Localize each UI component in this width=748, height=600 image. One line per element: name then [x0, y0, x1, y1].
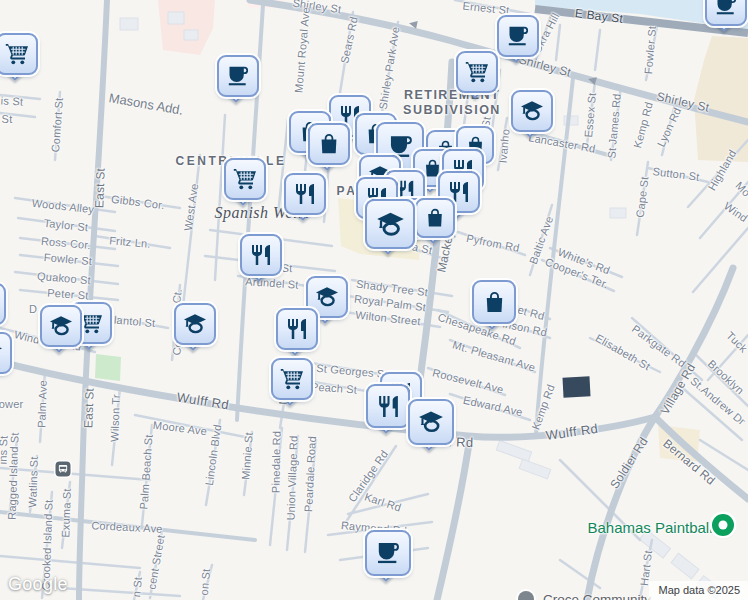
street-label-st: St [2, 113, 13, 125]
district-label-pa: PA [337, 184, 358, 198]
marker-square [415, 198, 455, 238]
cart-icon [5, 42, 29, 66]
poi-marker-restaurant[interactable] [240, 234, 278, 272]
cart-icon [280, 367, 304, 391]
poi-marker-restaurant[interactable] [284, 173, 322, 211]
poi-marker-school[interactable] [0, 332, 8, 370]
marker-square [276, 308, 318, 350]
poi-dot-croce-community[interactable] [518, 591, 534, 600]
poi-marker-cart[interactable] [0, 33, 34, 71]
cart-icon [79, 311, 103, 335]
poi-dot-bahamas-paintball[interactable] [712, 514, 734, 536]
poi-marker-cart[interactable] [456, 51, 494, 89]
school-icon [418, 409, 444, 435]
school-icon [315, 285, 339, 309]
pink-residential-area [158, 0, 215, 55]
transit-stop-bus-icon[interactable] [56, 462, 71, 477]
street-label-east-st: East St [81, 388, 96, 429]
poi-marker-cart[interactable] [271, 358, 309, 396]
poi-label-bahamas-paintball[interactable]: Bahamas Paintball [587, 519, 712, 536]
poi-marker-restaurant[interactable] [366, 384, 406, 424]
poi-label-croce-community[interactable]: Croce Community [543, 592, 651, 600]
marker-square [224, 158, 266, 200]
poi-marker-cafe[interactable] [705, 0, 743, 22]
cafe-icon [375, 540, 401, 566]
building-dark [562, 376, 590, 397]
restaurant-icon [285, 317, 309, 341]
street-label-d: D [29, 303, 37, 315]
cafe-icon [714, 0, 738, 17]
marker-square [0, 283, 6, 325]
marker-square [472, 280, 516, 324]
school-icon [0, 341, 3, 365]
poi-marker-school[interactable] [40, 305, 78, 343]
poi-marker-bag[interactable] [415, 198, 451, 234]
marker-square [271, 358, 313, 400]
map-canvas[interactable]: Shirley StErnest StE Bay StOkra HillFowl… [0, 0, 748, 600]
street-label-watlins-st: Watlins St [26, 456, 40, 507]
street-label-wilson-tr: Wilson Tr [108, 394, 122, 442]
poi-marker-cafe[interactable] [497, 15, 535, 53]
poi-marker-cart[interactable] [224, 158, 262, 196]
cafe-icon [506, 24, 530, 48]
poi-marker-bag[interactable] [472, 280, 512, 320]
poi-marker-school[interactable] [174, 303, 212, 341]
marker-square [365, 199, 415, 249]
district-label-subdivision: SUBDIVISION [403, 103, 501, 117]
poi-marker-school[interactable] [511, 90, 549, 128]
cart-icon [233, 167, 257, 191]
marker-square [0, 332, 12, 374]
restaurant-icon [249, 243, 273, 267]
marker-square [365, 530, 411, 576]
park-green-area [95, 354, 121, 381]
school-icon [183, 312, 207, 336]
marker-square [511, 90, 553, 132]
street-label-n-st: n St [130, 576, 144, 597]
school-icon [376, 210, 405, 239]
marker-square [240, 234, 282, 276]
poi-marker-restaurant[interactable] [276, 308, 314, 346]
street-label-ct: Ct. [170, 288, 184, 304]
poi-marker-cart[interactable] [0, 283, 2, 321]
restaurant-icon [376, 394, 401, 419]
street-label-exuma-st: Exuma St [59, 488, 73, 538]
school-icon [49, 314, 73, 338]
bus-icon [58, 464, 69, 475]
one-way-arrow-icon [408, 19, 417, 28]
street-label-on-st: on St [198, 568, 212, 596]
marker-square [174, 303, 216, 345]
poi-marker-cafe[interactable] [217, 55, 255, 93]
marker-square [40, 305, 82, 347]
bag-icon [482, 290, 507, 315]
street-label-palm-ave: Palm Ave [35, 380, 49, 428]
poi-marker-bag[interactable] [308, 123, 346, 161]
street-label-ower: ower [0, 398, 23, 410]
marker-square [0, 33, 38, 75]
poi-dot-center [719, 521, 728, 530]
marker-square [284, 173, 326, 215]
marker-square [217, 55, 259, 97]
marker-square [308, 123, 350, 165]
bag-icon [424, 207, 446, 229]
marker-square [408, 399, 454, 445]
street-label-is-st: is St [0, 94, 23, 107]
street-label-st: St [281, 262, 292, 275]
bag-icon [317, 132, 341, 156]
restaurant-icon [293, 182, 317, 206]
cart-icon [465, 60, 489, 84]
poi-marker-school[interactable] [408, 399, 450, 441]
marker-square [366, 384, 410, 428]
school-icon [520, 99, 544, 123]
street-label-east-st: East St [92, 168, 107, 209]
poi-marker-cafe[interactable] [365, 530, 407, 572]
marker-square [456, 51, 498, 93]
map-attribution: Map data ©2025 [649, 581, 748, 600]
google-logo[interactable]: Google [8, 574, 68, 595]
marker-square [705, 0, 747, 26]
poi-marker-school[interactable] [365, 199, 411, 245]
cafe-icon [226, 64, 250, 88]
marker-square [497, 15, 539, 57]
street-label-pinedale-rd: Pinedale Rd [269, 431, 282, 493]
